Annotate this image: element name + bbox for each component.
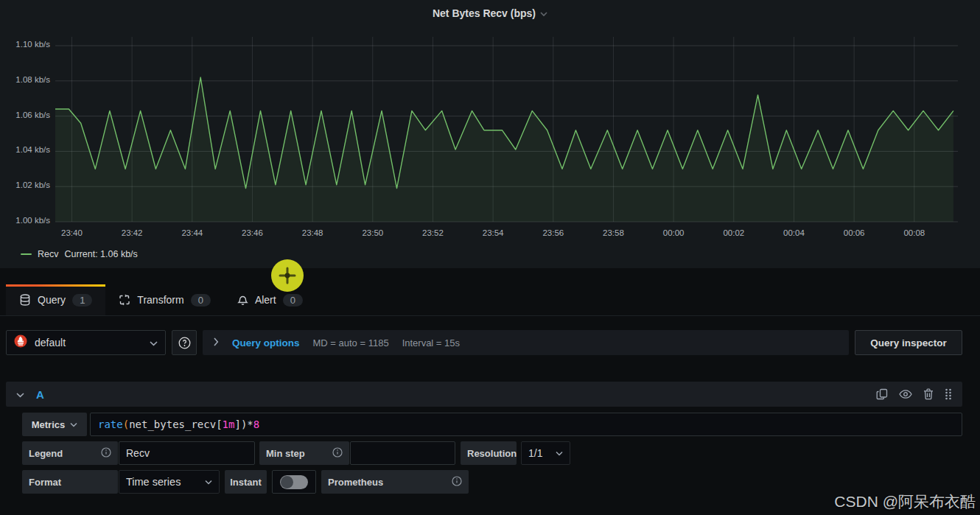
datasource-name: default bbox=[35, 337, 142, 348]
expr-token: ( bbox=[123, 418, 129, 430]
x-axis-tick-label: 23:48 bbox=[289, 228, 336, 237]
panel-header[interactable]: Net Bytes Recv (bps) bbox=[0, 0, 980, 27]
legend-series-name[interactable]: Recv bbox=[38, 249, 58, 259]
min-step-label: Min step bbox=[259, 441, 349, 465]
legend-info-icon[interactable] bbox=[101, 447, 111, 460]
query-inspector-button[interactable]: Query inspector bbox=[855, 330, 962, 355]
expr-token: 1m bbox=[223, 418, 235, 430]
x-axis-tick-label: 00:06 bbox=[830, 228, 878, 237]
x-axis-tick-label: 23:40 bbox=[48, 228, 95, 237]
drag-handle-icon[interactable] bbox=[945, 388, 952, 400]
chevron-right-icon[interactable] bbox=[213, 336, 219, 349]
tab-query-count-badge: 1 bbox=[72, 294, 92, 306]
expr-token: 8 bbox=[253, 418, 259, 430]
chart-legend: Recv Current: 1.06 kb/s bbox=[21, 249, 138, 259]
interval-text: Interval = 15s bbox=[402, 337, 460, 348]
min-step-info-icon[interactable] bbox=[332, 447, 343, 460]
x-axis-tick-label: 23:46 bbox=[228, 228, 276, 237]
resolution-select[interactable]: 1/1 bbox=[521, 441, 570, 465]
promql-expression-input[interactable]: rate(net_bytes_recv[1m])*8 bbox=[90, 413, 962, 436]
tab-alert-label: Alert bbox=[255, 294, 276, 306]
max-data-points-text: MD = auto = 1185 bbox=[313, 337, 389, 348]
panel-menu-chevron-icon[interactable] bbox=[540, 7, 547, 20]
resolution-label: Resolution bbox=[461, 441, 517, 465]
duplicate-query-icon[interactable] bbox=[876, 388, 888, 400]
datasource-picker[interactable]: default bbox=[6, 330, 166, 355]
format-select[interactable]: Time series bbox=[119, 470, 220, 494]
tab-transform[interactable]: Transform 0 bbox=[105, 284, 224, 315]
prometheus-info-icon[interactable] bbox=[452, 476, 462, 488]
toggle-knob bbox=[281, 476, 293, 488]
prometheus-type-label: Prometheus bbox=[321, 470, 469, 494]
expr-token: * bbox=[247, 418, 253, 430]
y-axis-tick-label: 1.00 kb/s bbox=[0, 216, 50, 225]
legend-series-color-dash bbox=[21, 253, 32, 255]
x-axis-tick-label: 00:04 bbox=[770, 228, 817, 237]
chevron-down-icon bbox=[205, 480, 212, 485]
instant-label: Instant bbox=[225, 470, 267, 494]
x-axis-tick-label: 00:08 bbox=[891, 228, 938, 237]
datasource-help-button[interactable] bbox=[172, 330, 197, 355]
tab-transform-label: Transform bbox=[137, 294, 183, 306]
panel-edit-tabbar: Query 1 Transform 0 bbox=[0, 284, 980, 316]
x-axis-tick-label: 00:02 bbox=[710, 228, 757, 237]
toggle-track bbox=[280, 475, 308, 489]
y-axis-tick-label: 1.08 kb/s bbox=[0, 75, 50, 84]
x-axis-tick-label: 00:00 bbox=[650, 228, 697, 237]
delete-query-trash-icon[interactable] bbox=[923, 388, 934, 400]
disable-query-eye-icon[interactable] bbox=[899, 389, 912, 399]
x-axis-tick-label: 23:56 bbox=[530, 228, 577, 237]
transform-icon bbox=[119, 294, 130, 306]
query-ref-id: A bbox=[36, 388, 44, 401]
x-axis-tick-label: 23:50 bbox=[349, 228, 396, 237]
legend-field-label: Legend bbox=[22, 441, 118, 465]
help-question-icon bbox=[178, 337, 191, 349]
y-axis-tick-label: 1.02 kb/s bbox=[0, 181, 50, 189]
tab-alert-count-badge: 0 bbox=[283, 294, 303, 306]
instant-toggle[interactable] bbox=[272, 470, 316, 494]
collapse-chevron-down-icon[interactable] bbox=[16, 388, 24, 401]
time-series-chart[interactable] bbox=[0, 0, 980, 245]
legend-format-input[interactable]: Recv bbox=[119, 441, 255, 465]
csdn-watermark: CSDN @阿呆布衣酷 bbox=[834, 491, 976, 512]
expr-token: rate bbox=[98, 418, 123, 430]
format-label: Format bbox=[22, 470, 118, 494]
database-icon bbox=[19, 294, 31, 306]
tab-alert[interactable]: Alert 0 bbox=[224, 284, 316, 315]
min-step-input[interactable] bbox=[350, 441, 455, 465]
query-options-toggle[interactable]: Query options bbox=[232, 337, 300, 348]
expr-token: [ bbox=[216, 418, 222, 430]
tab-transform-count-badge: 0 bbox=[191, 294, 211, 306]
chart-panel: 1.10 kb/s1.08 kb/s1.06 kb/s1.04 kb/s1.02… bbox=[0, 0, 980, 268]
chevron-down-icon bbox=[70, 422, 77, 427]
x-axis-tick-label: 23:52 bbox=[409, 228, 456, 237]
chevron-down-icon bbox=[556, 451, 563, 456]
x-axis-tick-label: 23:58 bbox=[589, 228, 637, 237]
expr-token: net_bytes_recv bbox=[129, 418, 216, 430]
tab-query-label: Query bbox=[38, 294, 66, 306]
metrics-dropdown[interactable]: Metrics bbox=[22, 413, 87, 436]
x-axis-tick-label: 23:42 bbox=[108, 228, 155, 237]
query-row-header[interactable]: A bbox=[6, 382, 962, 407]
grafana-panel-edit-screen: 1.10 kb/s1.08 kb/s1.06 kb/s1.04 kb/s1.02… bbox=[0, 0, 980, 515]
panel-title: Net Bytes Recv (bps) bbox=[433, 7, 536, 19]
y-axis-tick-label: 1.04 kb/s bbox=[0, 145, 50, 154]
x-axis-tick-label: 23:54 bbox=[469, 228, 517, 237]
datasource-chevron-down-icon bbox=[150, 336, 158, 349]
query-row-actions bbox=[876, 388, 952, 400]
metrics-dropdown-label: Metrics bbox=[32, 419, 66, 430]
tab-query[interactable]: Query 1 bbox=[6, 284, 105, 315]
prometheus-logo-icon bbox=[14, 334, 27, 351]
y-axis-tick-label: 1.06 kb/s bbox=[0, 111, 50, 119]
query-options-bar: Query options MD = auto = 1185 Interval … bbox=[203, 330, 849, 355]
y-axis-tick-label: 1.10 kb/s bbox=[0, 40, 50, 49]
expr-token: ] bbox=[234, 418, 240, 430]
bell-icon bbox=[237, 294, 248, 306]
legend-current-value: Current: 1.06 kb/s bbox=[64, 249, 137, 259]
x-axis-tick-label: 23:44 bbox=[169, 228, 216, 237]
